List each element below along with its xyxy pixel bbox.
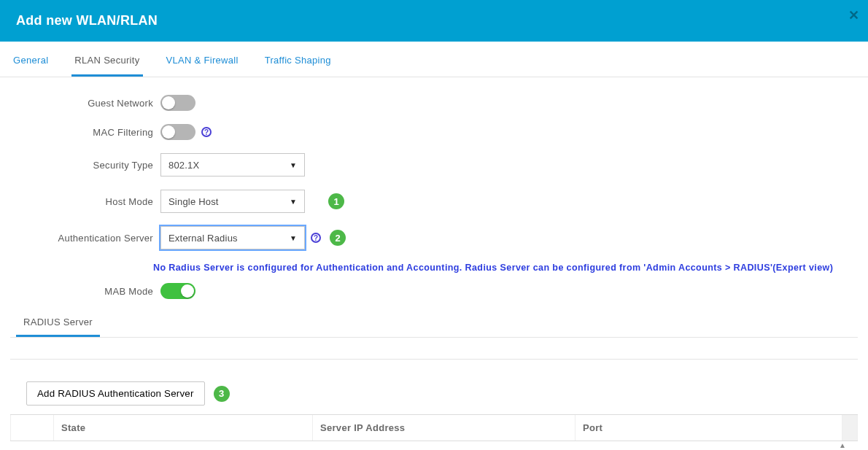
- tab-general[interactable]: General: [10, 52, 51, 77]
- host-mode-value: Single Host: [168, 196, 219, 207]
- auth-server-select[interactable]: External Radius ▼: [160, 226, 305, 249]
- close-icon[interactable]: ✕: [848, 7, 859, 23]
- step-callout-1: 1: [328, 193, 344, 209]
- subtab-radius-server[interactable]: RADIUS Server: [16, 312, 100, 337]
- step-callout-3: 3: [214, 386, 230, 402]
- guest-network-label: Guest Network: [10, 98, 160, 109]
- add-radius-auth-server-button[interactable]: Add RADIUS Authentication Server: [26, 381, 205, 406]
- host-mode-label: Host Mode: [10, 196, 160, 207]
- row-host-mode: Host Mode Single Host ▼ 1: [10, 190, 858, 213]
- guest-network-toggle[interactable]: [160, 95, 195, 111]
- table-header-port: Port: [576, 415, 842, 441]
- help-icon[interactable]: ?: [201, 127, 212, 137]
- tab-rlan-security[interactable]: RLAN Security: [71, 52, 142, 77]
- security-type-value: 802.1X: [168, 160, 199, 171]
- step-callout-2: 2: [330, 230, 346, 246]
- security-type-select[interactable]: 802.1X ▼: [160, 153, 305, 176]
- tab-traffic-shaping[interactable]: Traffic Shaping: [262, 52, 334, 77]
- table-header-blank: [10, 415, 54, 441]
- scroll-hint: ▲: [10, 441, 858, 449]
- auth-server-label: Authentication Server: [10, 233, 160, 244]
- form-area: Guest Network MAC Filtering ? Security T…: [0, 77, 868, 338]
- table-header-row: State Server IP Address Port: [10, 415, 858, 441]
- dialog-header: Add new WLAN/RLAN ✕: [0, 0, 868, 42]
- table-header-server-ip: Server IP Address: [313, 415, 576, 441]
- mab-mode-toggle[interactable]: [160, 283, 195, 299]
- mab-mode-label: MAB Mode: [10, 286, 160, 297]
- mac-filtering-toggle[interactable]: [160, 124, 195, 140]
- radius-warning-message: No Radius Server is configured for Authe…: [10, 263, 858, 283]
- tab-vlan-firewall[interactable]: VLAN & Firewall: [163, 52, 241, 77]
- chevron-down-icon: ▼: [290, 234, 297, 242]
- subtabs: RADIUS Server: [10, 312, 858, 338]
- dialog-title: Add new WLAN/RLAN: [16, 13, 158, 28]
- auth-server-value: External Radius: [168, 233, 238, 244]
- section-divider: [10, 338, 858, 360]
- chevron-down-icon: ▼: [290, 198, 297, 206]
- scroll-up-icon[interactable]: ▲: [839, 441, 846, 449]
- actions-row: Add RADIUS Authentication Server 3: [0, 360, 868, 414]
- row-mac-filtering: MAC Filtering ?: [10, 124, 858, 140]
- main-tabs: General RLAN Security VLAN & Firewall Tr…: [0, 42, 868, 77]
- mac-filtering-label: MAC Filtering: [10, 127, 160, 138]
- table-header-state: State: [54, 415, 313, 441]
- security-type-label: Security Type: [10, 160, 160, 171]
- table-scrollbar-gutter: [842, 415, 858, 441]
- radius-server-table: State Server IP Address Port: [10, 414, 858, 441]
- host-mode-select[interactable]: Single Host ▼: [160, 190, 305, 213]
- row-mab-mode: MAB Mode: [10, 283, 858, 299]
- row-security-type: Security Type 802.1X ▼: [10, 153, 858, 176]
- chevron-down-icon: ▼: [290, 161, 297, 169]
- row-auth-server: Authentication Server External Radius ▼ …: [10, 226, 858, 249]
- help-icon[interactable]: ?: [311, 233, 321, 243]
- row-guest-network: Guest Network: [10, 95, 858, 111]
